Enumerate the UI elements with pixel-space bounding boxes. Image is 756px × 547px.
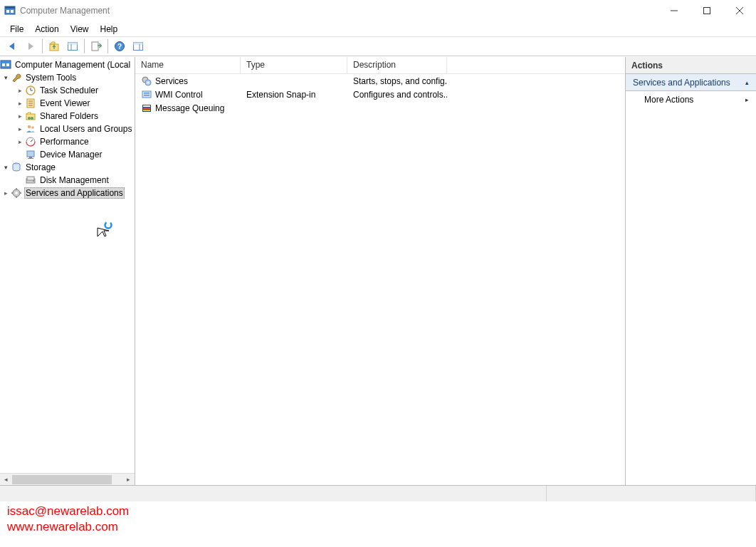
show-hide-action-pane-button[interactable] (130, 38, 147, 55)
eventlog-icon (25, 98, 36, 109)
minimize-button[interactable] (658, 0, 691, 21)
svg-rect-2 (6, 10, 9, 13)
list-cell-description: Starts, stops, and config... (347, 76, 447, 86)
scroll-left-button[interactable]: ◂ (0, 474, 12, 485)
show-hide-console-tree-button[interactable] (64, 38, 81, 55)
forward-button[interactable] (22, 38, 39, 55)
actions-item-label: More Actions (644, 95, 693, 105)
column-header-name[interactable]: Name (135, 57, 241, 73)
menu-view[interactable]: View (65, 23, 95, 36)
toolbar: ? (0, 36, 756, 56)
scroll-thumb[interactable] (12, 475, 112, 484)
tree-item-label: Local Users and Groups (38, 124, 133, 134)
performance-icon (25, 136, 36, 147)
up-level-button[interactable] (46, 38, 63, 55)
list-cell-type: Extension Snap-in (241, 90, 347, 100)
twisty-icon[interactable]: ▸ (16, 137, 25, 147)
svg-point-29 (28, 117, 31, 120)
tree-item-local-users[interactable]: ▸ Local Users and Groups (0, 123, 135, 135)
twisty-icon[interactable]: ▸ (16, 112, 25, 121)
watermark-url: www.newarelab.com (7, 520, 118, 534)
column-header-description[interactable]: Description (347, 57, 447, 73)
back-button[interactable] (4, 38, 21, 55)
list-pane: Name Type Description Services Starts, s… (135, 57, 626, 485)
tree-item-storage[interactable]: ▾ Storage (0, 161, 135, 174)
menu-help[interactable]: Help (95, 23, 124, 36)
tree-horizontal-scrollbar[interactable]: ◂ ▸ (0, 473, 135, 485)
status-segment (547, 486, 756, 501)
actions-header: Actions (626, 57, 756, 74)
export-list-button[interactable] (88, 38, 105, 55)
scroll-right-button[interactable]: ▸ (122, 474, 135, 485)
actions-section[interactable]: Services and Applications ▴ (626, 74, 756, 91)
svg-rect-58 (143, 110, 150, 111)
list-header: Name Type Description (135, 57, 625, 74)
menu-action[interactable]: Action (29, 23, 64, 36)
tree-item-event-viewer[interactable]: ▸ Event Viewer (0, 97, 135, 110)
tree-root[interactable]: Computer Management (Local (0, 58, 135, 71)
app-icon (4, 5, 16, 16)
submenu-caret-icon: ▸ (745, 96, 749, 103)
svg-rect-56 (143, 105, 150, 107)
svg-rect-54 (144, 95, 149, 96)
tree-item-label: System Tools (24, 73, 78, 83)
twisty-open-icon[interactable]: ▾ (1, 73, 11, 83)
svg-point-31 (28, 125, 31, 128)
actions-section-label: Services and Applications (633, 78, 730, 88)
title-bar: Computer Management (0, 0, 756, 21)
shared-folder-icon (25, 110, 36, 122)
svg-rect-12 (92, 42, 98, 51)
svg-rect-1 (5, 6, 15, 9)
svg-text:?: ? (117, 43, 122, 51)
computer-management-icon (0, 59, 11, 71)
tree-item-services-applications[interactable]: ▸ Services and Applications (0, 187, 135, 199)
tree-item-label: Services and Applications (24, 187, 125, 199)
svg-rect-16 (134, 43, 143, 45)
tree-item-disk-management[interactable]: ▸ Disk Management (0, 174, 135, 187)
msmq-icon (141, 103, 152, 114)
toolbar-separator (107, 39, 108, 53)
list-cell-name: WMI Control (155, 90, 203, 100)
svg-point-51 (147, 81, 149, 83)
close-button[interactable] (723, 0, 756, 21)
column-header-type[interactable]: Type (241, 57, 347, 73)
wmi-icon (141, 89, 152, 100)
tree-item-label: Disk Management (38, 175, 110, 185)
list-row-wmi[interactable]: WMI Control Extension Snap-in Configures… (135, 88, 625, 101)
twisty-icon[interactable]: ▸ (1, 189, 11, 198)
toolbar-separator (84, 39, 85, 53)
list-cell-name: Services (155, 76, 188, 86)
twisty-open-icon[interactable]: ▾ (1, 163, 11, 172)
tree-item-label: Device Manager (38, 150, 103, 160)
twisty-icon[interactable]: ▸ (16, 99, 25, 108)
maximize-button[interactable] (691, 0, 723, 21)
svg-point-30 (31, 117, 33, 120)
list-cell-description: Configures and controls... (347, 90, 447, 100)
svg-rect-19 (2, 63, 5, 66)
tree-item-task-scheduler[interactable]: ▸ Task Scheduler (0, 84, 135, 97)
services-icon (141, 75, 152, 87)
svg-rect-53 (144, 93, 149, 94)
users-icon (25, 123, 36, 135)
list-cell-name: Message Queuing (155, 103, 224, 113)
scroll-track[interactable] (12, 474, 122, 485)
list-row-msmq[interactable]: Message Queuing (135, 101, 625, 115)
storage-icon (11, 162, 22, 173)
menu-file[interactable]: File (4, 23, 29, 36)
main-area: Computer Management (Local ▾ System Tool… (0, 56, 756, 485)
svg-rect-57 (143, 108, 150, 109)
tree-item-device-manager[interactable]: ▸ Device Manager (0, 148, 135, 161)
help-button[interactable]: ? (111, 38, 128, 55)
svg-point-44 (15, 192, 18, 194)
list-row-services[interactable]: Services Starts, stops, and config... (135, 74, 625, 88)
collapse-caret-icon[interactable]: ▴ (745, 79, 749, 86)
tree-item-shared-folders[interactable]: ▸ Shared Folders (0, 110, 135, 123)
tree-item-system-tools[interactable]: ▾ System Tools (0, 71, 135, 84)
actions-item-more[interactable]: More Actions ▸ (626, 91, 756, 108)
twisty-icon[interactable]: ▸ (16, 125, 25, 134)
svg-rect-52 (142, 91, 151, 98)
twisty-icon[interactable]: ▸ (16, 86, 25, 95)
status-bar (0, 485, 756, 501)
tree-item-performance[interactable]: ▸ Performance (0, 135, 135, 148)
svg-rect-10 (68, 43, 78, 45)
